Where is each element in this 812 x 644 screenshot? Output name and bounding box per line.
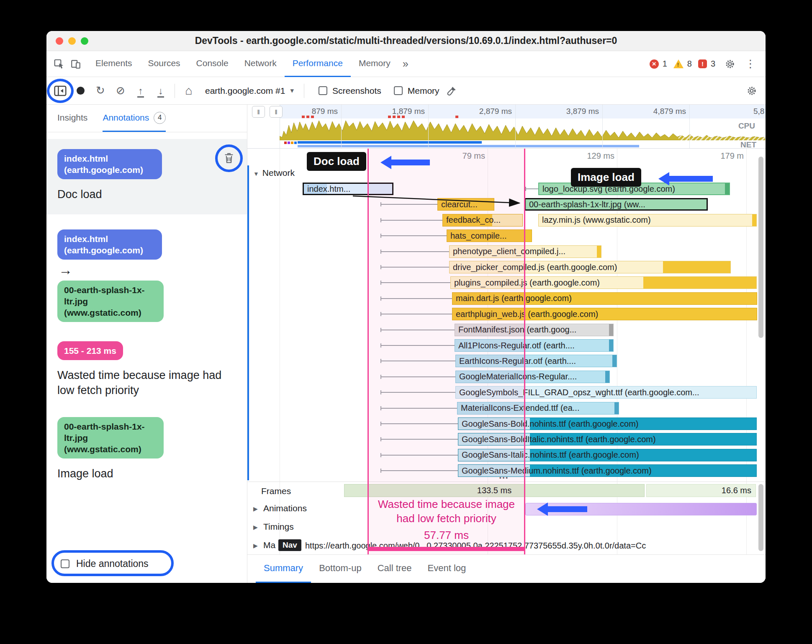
device-toolbar-icon[interactable] xyxy=(67,56,84,72)
warning-icon[interactable]: ! xyxy=(673,59,684,68)
bottom-tab-bottom-up[interactable]: Bottom-up xyxy=(311,555,370,583)
record-button[interactable] xyxy=(72,83,88,99)
frame-duration: 16.6 ms xyxy=(722,486,751,495)
bottom-tab-call-tree[interactable]: Call tree xyxy=(370,555,420,583)
network-request-bar[interactable]: drive_picker_compiled.js (earth.google.c… xyxy=(449,261,731,273)
overview-gridline xyxy=(428,105,429,149)
network-request-bar[interactable]: earthplugin_web.js (earth.google.com) xyxy=(452,308,757,320)
issues-icon[interactable]: ! xyxy=(698,59,707,68)
minimize-window-button[interactable] xyxy=(68,37,76,45)
network-request-bar[interactable]: GoogleSans-Italic.nohints.ttf (earth.goo… xyxy=(458,449,757,461)
network-request-bar[interactable]: EarthIcons-Regular.otf (earth.... xyxy=(455,355,617,367)
annotation-chip[interactable]: 155 - 213 ms xyxy=(57,341,123,360)
network-request-bar[interactable]: plugins_compiled.js (earth.google.com) xyxy=(450,276,757,289)
trash-icon xyxy=(223,152,235,164)
network-request-bar[interactable]: FontManifest.json (earth.goog... xyxy=(455,324,614,336)
bottom-tab-summary[interactable]: Summary xyxy=(256,555,311,583)
frames-track-label[interactable]: Frames xyxy=(261,486,291,496)
tracks[interactable]: ▼Network index.htm...logo_lockup.svg (ea… xyxy=(247,149,766,554)
network-request-bar[interactable]: GoogleSans-Bold.nohints.ttf (earth.googl… xyxy=(458,417,757,430)
toolbar-divider xyxy=(175,84,175,98)
collapse-icon[interactable]: ▶ xyxy=(253,505,258,512)
inspect-element-icon[interactable] xyxy=(51,56,67,72)
bottom-tab-strip: SummaryBottom-upCall treeEvent log xyxy=(247,554,766,583)
memory-checkbox[interactable] xyxy=(394,86,403,95)
pause-icon[interactable]: ‖ xyxy=(270,106,283,118)
network-request-bar[interactable]: main.dart.js (earth.google.com) xyxy=(452,292,757,305)
network-request-bar[interactable]: GoogleMaterialIcons-Regular.... xyxy=(455,371,610,383)
annotation-chip[interactable]: index.html (earth.google.com) xyxy=(57,229,162,260)
annotation-chip[interactable]: 00-earth-splash-1x-ltr.jpg (www.gstatic.… xyxy=(57,281,164,322)
time-range-label: Wasted time because image had low fetch … xyxy=(367,497,525,526)
error-icon[interactable]: × xyxy=(650,59,659,69)
network-request-bar[interactable]: GoogleSymbols_FILL_GRAD_opsz_wght.ttf (e… xyxy=(455,386,757,399)
tab-annotations[interactable]: Annotations 4 xyxy=(103,105,166,132)
network-request-bar[interactable]: GoogleSans-BoldItalic.nohints.ttf (earth… xyxy=(458,433,757,446)
tab-sources[interactable]: Sources xyxy=(140,51,188,77)
timeline-time-label: 79 ms xyxy=(435,151,485,161)
animations-track-label[interactable]: Animations xyxy=(263,503,307,513)
more-tabs-icon[interactable]: » xyxy=(398,58,413,70)
request-label: phenotype_client_compiled.j... xyxy=(453,247,565,256)
network-request-bar[interactable]: MaterialIcons-Extended.ttf (ea... xyxy=(457,402,619,415)
target-select[interactable]: earth.google.com #1 ▾ xyxy=(205,86,294,96)
devtools-content: Insights Annotations 4 index.html (earth… xyxy=(46,105,766,583)
annotation-entry[interactable]: 155 - 213 msWasted time because image ha… xyxy=(46,341,247,398)
red-activity-mark xyxy=(306,116,309,118)
collect-garbage-button[interactable] xyxy=(444,83,460,99)
vertical-scrollbar[interactable] xyxy=(758,157,763,338)
home-button[interactable]: ⌂ xyxy=(181,83,197,99)
annotation-chip[interactable]: index.html (earth.google.com) xyxy=(57,149,162,179)
zoom-window-button[interactable] xyxy=(81,37,88,45)
settings-gear-icon[interactable] xyxy=(722,56,738,72)
network-track-header[interactable]: ▼Network xyxy=(253,168,295,178)
network-request-bar[interactable]: All1PIcons-Regular.otf (earth.... xyxy=(455,339,614,352)
target-select-value: earth.google.com #1 xyxy=(205,86,285,96)
frame-bar[interactable]: 133.5 ms xyxy=(344,484,645,497)
tab-elements[interactable]: Elements xyxy=(87,51,140,77)
more-options-icon[interactable]: ⋮ xyxy=(742,56,759,72)
doc-load-annotation-label[interactable]: Doc load xyxy=(307,152,366,171)
collapse-icon[interactable]: ▶ xyxy=(253,542,258,549)
lane-overflow-ellipsis[interactable]: … xyxy=(499,469,510,481)
network-request-bar[interactable]: hats_compile... xyxy=(447,229,532,242)
tab-memory[interactable]: Memory xyxy=(351,51,398,77)
close-window-button[interactable] xyxy=(56,37,63,45)
bottom-tab-event-log[interactable]: Event log xyxy=(420,555,474,583)
frame-bar[interactable]: 16.6 ms xyxy=(646,484,756,497)
network-request-bar[interactable]: lazy.min.js (www.gstatic.com) xyxy=(538,214,757,227)
annotation-entry[interactable]: index.html (earth.google.com)Doc load xyxy=(46,139,247,214)
toggle-sidebar-button[interactable] xyxy=(52,83,68,99)
request-label: feedback_co... xyxy=(446,215,501,225)
tab-insights[interactable]: Insights xyxy=(57,105,87,132)
network-request-bar[interactable]: clearcut... xyxy=(437,198,494,211)
activity-dot xyxy=(294,142,297,144)
image-load-annotation-label[interactable]: Image load xyxy=(571,168,641,187)
network-request-bar[interactable]: index.htm... xyxy=(303,183,393,195)
annotation-entry[interactable]: index.html (earth.google.com)→00-earth-s… xyxy=(46,229,247,322)
delete-annotation-button[interactable] xyxy=(222,151,236,165)
tab-performance[interactable]: Performance xyxy=(285,51,351,77)
overview[interactable]: ‖ ‖ CPU NET 879 ms1,879 ms2,879 ms3,879 … xyxy=(247,105,766,149)
hide-annotations-checkbox[interactable] xyxy=(61,559,69,568)
main-track-label[interactable]: Ma xyxy=(263,540,275,550)
animation-bar[interactable] xyxy=(525,503,757,515)
network-request-bar[interactable]: 00-earth-splash-1x-ltr.jpg (ww... xyxy=(524,198,708,211)
network-request-bar[interactable]: feedback_co... xyxy=(442,214,523,227)
annotation-entry[interactable]: 00-earth-splash-1x-ltr.jpg (www.gstatic.… xyxy=(46,417,247,481)
clear-recording-button[interactable]: ⊘ xyxy=(113,83,128,99)
upload-profile-button[interactable]: ↑ xyxy=(133,83,149,99)
vertical-scrollbar[interactable] xyxy=(758,484,763,551)
network-request-bar[interactable]: phenotype_client_compiled.j... xyxy=(449,245,601,258)
tab-console[interactable]: Console xyxy=(188,51,236,77)
annotations-sidebar: Insights Annotations 4 index.html (earth… xyxy=(46,105,247,583)
timings-track-label[interactable]: Timings xyxy=(263,522,294,532)
download-profile-button[interactable]: ↓ xyxy=(153,83,169,99)
performance-settings-gear-icon[interactable] xyxy=(744,83,760,99)
collapse-icon[interactable]: ▶ xyxy=(253,524,258,531)
pause-icon[interactable]: ‖ xyxy=(252,106,265,118)
screenshots-checkbox[interactable] xyxy=(319,86,327,95)
tab-network[interactable]: Network xyxy=(236,51,285,77)
annotation-chip[interactable]: 00-earth-splash-1x-ltr.jpg (www.gstatic.… xyxy=(57,417,164,459)
reload-and-record-button[interactable]: ↻ xyxy=(93,83,108,99)
